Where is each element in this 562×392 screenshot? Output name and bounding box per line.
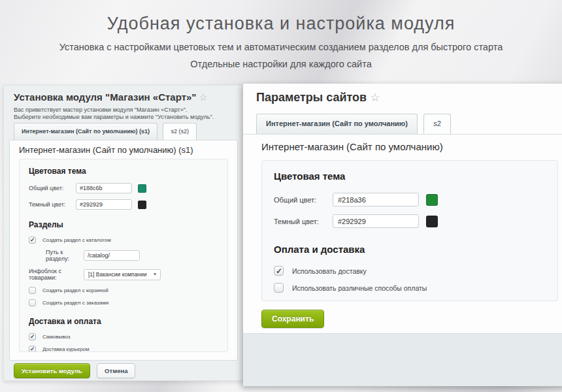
- site-params-title: Параметры сайтов ☆: [256, 91, 380, 105]
- page-subtitle-2: Отдельные настройки для каждого сайта: [0, 59, 562, 69]
- site-params-delivery-checkbox-row: Использовать доставку: [274, 266, 546, 276]
- site-params-delivery-checkbox-label: Использовать доставку: [292, 267, 367, 275]
- installer-dark-color-label: Темный цвет:: [29, 201, 76, 208]
- installer-path-label: Путь к разделу:: [46, 249, 84, 262]
- save-button[interactable]: Сохранить: [261, 310, 324, 328]
- installer-orders-checkbox-label: Создать раздел с заказами: [42, 300, 108, 306]
- installer-main-color-row: Общий цвет:: [29, 183, 218, 193]
- site-params-dark-color-label: Темный цвет:: [274, 218, 333, 225]
- site-params-dark-color-row: Темный цвет:: [274, 214, 546, 228]
- installer-tab-content: Интернет-магазин (Сайт по умолчанию) (s1…: [9, 140, 238, 361]
- site-params-dark-color-swatch: [426, 216, 438, 227]
- site-params-dark-color-input[interactable]: [333, 214, 419, 228]
- site-params-tab-s2[interactable]: s2: [423, 114, 451, 134]
- installer-iblock-select[interactable]: [1] Вакансии компании ▾: [84, 269, 161, 280]
- installer-tab-bar: Интернет-магазин (Сайт по умолчанию) (s1…: [14, 123, 199, 140]
- installer-description-line1: Вас приветствует мастер установки модуля…: [14, 106, 214, 114]
- installer-courier-checkbox-label: Доставка курьером: [42, 346, 90, 352]
- installer-description-line2: Выберите необходимые вам параметры и наж…: [14, 114, 214, 121]
- favorite-star-icon[interactable]: ☆: [370, 91, 380, 104]
- installer-tab-default-site[interactable]: Интернет-магазин (Сайт по умолчанию) (s1…: [14, 123, 157, 140]
- chevron-down-icon: ▾: [154, 272, 156, 277]
- installer-title: Установка модуля "Магазин «Старт»" ☆: [14, 91, 207, 103]
- installer-dark-color-swatch: [138, 201, 146, 209]
- installer-main-color-swatch: [138, 184, 146, 193]
- site-params-main-color-label: Общий цвет:: [274, 196, 333, 204]
- installer-button-row: Установить модуль Отмена: [14, 363, 135, 378]
- installer-catalog-checkbox-label: Создать раздел с каталогом: [42, 237, 111, 243]
- site-params-panel: Параметры сайтов ☆ Интернет-магазин (Сай…: [243, 84, 562, 386]
- installer-sections-heading: Разделы: [29, 220, 218, 229]
- site-params-color-theme-heading: Цветовая тема: [274, 171, 546, 182]
- installer-main-color-label: Общий цвет:: [29, 185, 76, 191]
- site-params-main-color-row: Общий цвет:: [274, 193, 546, 206]
- site-params-payment-methods-checkbox-row: Использовать различные способы оплаты: [274, 283, 546, 293]
- installer-main-color-input[interactable]: [76, 183, 132, 193]
- site-params-form-title: Интернет-магазин (Сайт по умолчанию): [261, 141, 443, 152]
- installer-title-text: Установка модуля "Магазин «Старт»": [14, 91, 196, 103]
- site-params-tab-bar: Интернет-магазин (Сайт по умолчанию) s2: [256, 114, 454, 135]
- site-params-payment-methods-checkbox[interactable]: [274, 283, 284, 293]
- page-title: Удобная установка и настройка модуля: [0, 14, 562, 34]
- favorite-star-icon[interactable]: ☆: [199, 92, 208, 103]
- installer-delivery-heading: Доставка и оплата: [29, 317, 218, 326]
- site-params-delivery-checkbox[interactable]: [274, 266, 284, 276]
- installer-cart-checkbox[interactable]: [29, 287, 36, 294]
- installer-orders-checkbox[interactable]: [29, 299, 36, 306]
- installer-courier-checkbox-row: Доставка курьером: [29, 346, 218, 352]
- installer-iblock-row: Инфоблок с товарами: [1] Вакансии компан…: [29, 268, 218, 281]
- installer-cart-checkbox-row: Создать раздел с корзиной: [29, 287, 218, 294]
- installer-tab-s2[interactable]: s2 (s2): [163, 123, 197, 140]
- installer-dark-color-row: Темный цвет:: [29, 199, 218, 210]
- cancel-button[interactable]: Отмена: [97, 363, 135, 378]
- installer-form: Цветовая тема Общий цвет: Темный цвет: Р…: [19, 159, 228, 352]
- page: Удобная установка и настройка модуля Уст…: [0, 0, 562, 392]
- installer-dark-color-input[interactable]: [76, 199, 132, 210]
- installer-pickup-checkbox-label: Самовывоз: [42, 334, 70, 340]
- installer-catalog-checkbox[interactable]: [29, 237, 36, 244]
- installer-cart-checkbox-label: Создать раздел с корзиной: [42, 287, 108, 293]
- installer-description: Вас приветствует мастер установки модуля…: [14, 106, 214, 121]
- installer-iblock-select-value: [1] Вакансии компании: [88, 271, 147, 278]
- installer-path-row: Путь к разделу:: [46, 249, 218, 262]
- installer-panel: Установка модуля "Магазин «Старт»" ☆ Вас…: [3, 85, 244, 381]
- site-params-tab-default-site[interactable]: Интернет-магазин (Сайт по умолчанию): [256, 114, 418, 134]
- site-params-form: Цветовая тема Общий цвет: Темный цвет: О…: [261, 160, 558, 301]
- installer-form-title: Интернет-магазин (Сайт по умолчанию) (s1…: [19, 145, 193, 155]
- installer-catalog-checkbox-row: Создать раздел с каталогом: [29, 237, 218, 244]
- installer-path-input[interactable]: [84, 250, 140, 261]
- installer-orders-checkbox-row: Создать раздел с заказами: [29, 299, 218, 306]
- site-params-main-color-swatch: [426, 194, 438, 206]
- installer-courier-checkbox[interactable]: [29, 346, 36, 352]
- site-params-footer-area: [243, 333, 562, 386]
- page-subtitle-1: Установка с настройками цветовых тем и а…: [0, 42, 562, 52]
- site-params-title-text: Параметры сайтов: [256, 91, 367, 104]
- installer-pickup-checkbox-row: Самовывоз: [29, 333, 218, 340]
- installer-pickup-checkbox[interactable]: [29, 333, 36, 340]
- site-params-payment-methods-checkbox-label: Использовать различные способы оплаты: [292, 284, 427, 292]
- install-module-button[interactable]: Установить модуль: [14, 363, 90, 378]
- site-params-payment-heading: Оплата и доставка: [274, 244, 546, 255]
- installer-iblock-label: Инфоблок с товарами:: [29, 268, 84, 281]
- installer-color-theme-heading: Цветовая тема: [29, 167, 218, 176]
- site-params-main-color-input[interactable]: [333, 193, 419, 206]
